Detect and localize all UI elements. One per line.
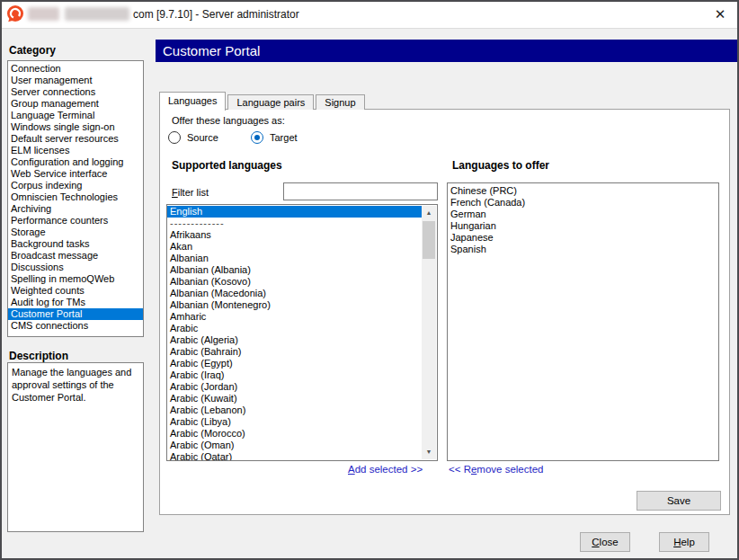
source-radio-label: Source xyxy=(187,132,218,143)
category-item[interactable]: Customer Portal xyxy=(8,308,143,320)
scroll-up-icon[interactable]: ▲ xyxy=(422,206,436,220)
category-item[interactable]: User management xyxy=(8,75,143,86)
window-title: com [9.7.10] - Server administrator xyxy=(133,8,299,21)
offered-language-item[interactable]: German xyxy=(448,209,718,220)
close-button[interactable]: Close xyxy=(580,532,630,552)
category-item[interactable]: Archiving xyxy=(8,203,143,215)
remove-selected-link[interactable]: << Remove selected xyxy=(449,464,544,475)
description-box: Manage the languages and approval settin… xyxy=(7,362,144,532)
offer-languages-label: Offer these languages as: xyxy=(172,115,285,126)
language-item[interactable]: Arabic (Bahrain) xyxy=(167,346,422,358)
language-item[interactable]: Arabic (Libya) xyxy=(167,416,422,428)
add-selected-link[interactable]: Add selected >> xyxy=(348,464,423,475)
tab[interactable]: Language pairs xyxy=(227,94,314,110)
language-item[interactable]: Albanian (Montenegro) xyxy=(167,299,422,311)
language-item[interactable]: Albanian (Kosovo) xyxy=(167,276,422,288)
language-item[interactable]: Arabic (Lebanon) xyxy=(167,404,422,416)
language-item[interactable]: Arabic (Iraq) xyxy=(167,369,422,381)
language-item[interactable]: Arabic xyxy=(167,323,422,334)
category-listbox: ConnectionUser managementServer connecti… xyxy=(7,60,144,337)
supported-languages-heading: Supported languages xyxy=(172,159,282,172)
category-item[interactable]: Omniscien Technologies xyxy=(8,191,143,203)
language-item[interactable]: Afrikaans xyxy=(167,229,422,241)
category-item[interactable]: Web Service interface xyxy=(8,168,143,180)
offered-language-item[interactable]: French (Canada) xyxy=(448,197,718,209)
category-item[interactable]: Group management xyxy=(8,98,143,110)
title-bar: com [9.7.10] - Server administrator ✕ xyxy=(0,0,739,29)
language-item[interactable]: Albanian xyxy=(167,253,422,264)
radio-unchecked-icon xyxy=(168,131,181,144)
redacted-server-name xyxy=(28,7,59,21)
description-heading: Description xyxy=(9,350,68,362)
description-text: Manage the languages and approval settin… xyxy=(12,367,131,403)
category-item[interactable]: Connection xyxy=(8,63,143,75)
category-item[interactable]: Audit log for TMs xyxy=(8,297,143,308)
language-item[interactable]: Arabic (Jordan) xyxy=(167,381,422,393)
tab[interactable]: Signup xyxy=(316,94,364,110)
language-item[interactable]: Arabic (Kuwait) xyxy=(167,393,422,404)
language-item[interactable]: English xyxy=(167,206,422,218)
help-button[interactable]: Help xyxy=(659,532,709,552)
language-item[interactable]: Albanian (Albania) xyxy=(167,264,422,276)
category-item[interactable]: Spelling in memoQWeb xyxy=(8,273,143,285)
target-radio[interactable]: Target xyxy=(251,131,298,144)
language-item: ------------- xyxy=(167,218,422,229)
offered-language-item[interactable]: Chinese (PRC) xyxy=(448,185,718,197)
category-item[interactable]: Configuration and logging xyxy=(8,156,143,168)
supported-languages-listbox: English-------------AfrikaansAkanAlbania… xyxy=(166,204,438,461)
redacted-server-name xyxy=(65,7,129,21)
language-item[interactable]: Arabic (Egypt) xyxy=(167,358,422,369)
languages-to-offer-heading: Languages to offer xyxy=(452,159,549,172)
category-item[interactable]: Server connections xyxy=(8,86,143,98)
filter-list-label: Filter list xyxy=(172,187,209,198)
category-item[interactable]: Storage xyxy=(8,227,143,238)
category-heading: Category xyxy=(9,44,56,57)
category-item[interactable]: Broadcast message xyxy=(8,250,143,262)
language-item[interactable]: Arabic (Qatar) xyxy=(167,451,422,461)
language-item[interactable]: Amharic xyxy=(167,311,422,323)
radio-checked-icon xyxy=(251,131,263,144)
category-item[interactable]: Background tasks xyxy=(8,238,143,250)
source-radio[interactable]: Source xyxy=(168,131,218,144)
close-window-icon[interactable]: ✕ xyxy=(712,6,728,22)
offered-language-item[interactable]: Hungarian xyxy=(448,220,718,232)
language-item[interactable]: Albanian (Macedonia) xyxy=(167,288,422,299)
category-item[interactable]: Default server resources xyxy=(8,133,143,145)
scrollbar-thumb[interactable] xyxy=(423,221,435,259)
category-item[interactable]: Performance counters xyxy=(8,215,143,227)
target-radio-label: Target xyxy=(270,132,298,143)
category-item[interactable]: CMS connections xyxy=(8,320,143,332)
offered-language-item[interactable]: Japanese xyxy=(448,232,718,244)
filter-input[interactable] xyxy=(283,182,438,200)
category-item[interactable]: Discussions xyxy=(8,262,143,273)
tab-strip: LanguagesLanguage pairsSignup xyxy=(159,91,367,110)
server-administrator-window: com [9.7.10] - Server administrator ✕ Ca… xyxy=(0,0,739,560)
page-title: Customer Portal xyxy=(156,40,738,62)
category-item[interactable]: Weighted counts xyxy=(8,285,143,297)
category-item[interactable]: Windows single sign-on xyxy=(8,121,143,133)
category-item[interactable]: Language Terminal xyxy=(8,110,143,121)
category-item[interactable]: Corpus indexing xyxy=(8,180,143,191)
save-button[interactable]: Save xyxy=(637,491,721,511)
scroll-down-icon[interactable]: ▼ xyxy=(422,445,436,459)
offered-language-item[interactable]: Spanish xyxy=(448,244,718,255)
memoq-logo-icon xyxy=(6,4,24,22)
language-item[interactable]: Akan xyxy=(167,241,422,253)
scrollbar[interactable]: ▲ ▼ xyxy=(422,206,436,459)
language-item[interactable]: Arabic (Algeria) xyxy=(167,334,422,346)
tab[interactable]: Languages xyxy=(159,92,226,111)
category-item[interactable]: ELM licenses xyxy=(8,145,143,156)
language-item[interactable]: Arabic (Morocco) xyxy=(167,428,422,440)
language-item[interactable]: Arabic (Oman) xyxy=(167,440,422,451)
languages-to-offer-listbox: Chinese (PRC)French (Canada)GermanHungar… xyxy=(447,182,719,461)
